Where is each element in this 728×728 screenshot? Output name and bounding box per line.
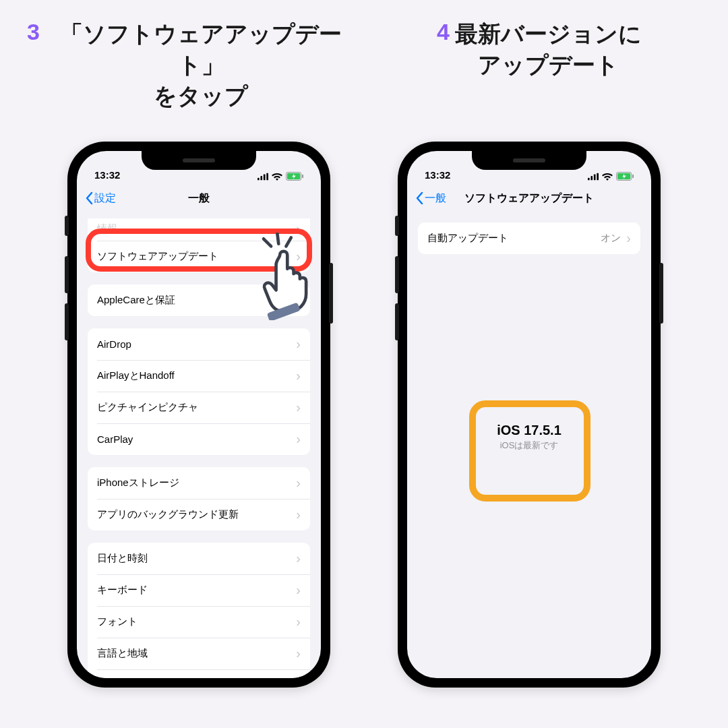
nav-bar-right: 一般 ソフトウェアアップデート: [407, 183, 651, 213]
chevron-right-icon: ›: [296, 431, 301, 447]
back-label: 一般: [425, 191, 446, 206]
chevron-right-icon: ›: [296, 368, 301, 384]
svg-line-7: [264, 239, 271, 246]
back-label: 設定: [94, 191, 116, 206]
chevron-right-icon: ›: [626, 231, 631, 246]
chevron-right-icon: ›: [296, 507, 301, 522]
svg-rect-0: [257, 177, 260, 180]
svg-rect-2: [264, 174, 266, 180]
volume-up-button: [395, 256, 399, 293]
status-time: 13:32: [425, 169, 450, 181]
svg-rect-1: [260, 176, 262, 180]
tap-cursor-icon: [249, 233, 330, 320]
step3-header: 3 「ソフトウェアアップデート」 をタップ: [27, 19, 357, 112]
chevron-right-icon: ›: [296, 400, 301, 415]
volume-down-button: [395, 303, 399, 340]
row-keyboard[interactable]: キーボード›: [88, 574, 310, 606]
svg-line-8: [277, 234, 278, 244]
battery-charging-icon: [286, 172, 303, 181]
cellular-icon: [588, 173, 599, 181]
screen-right: 13:32 一般 ソフトウェアアップデート 自動アップデート オン ›: [407, 151, 651, 678]
step4-header: 4 最新バージョンに アップデート: [384, 19, 694, 81]
row-auto-update-value: オン: [601, 232, 626, 245]
row-bg-refresh[interactable]: アプリのバックグラウンド更新›: [88, 499, 310, 530]
row-datetime[interactable]: 日付と時刻›: [88, 543, 310, 574]
settings-group-3: AirDrop› AirPlayとHandoff› ピクチャインピクチャ› Ca…: [88, 328, 310, 455]
chevron-right-icon: ›: [296, 551, 301, 566]
volume-down-button: [65, 303, 69, 340]
row-carplay[interactable]: CarPlay›: [88, 423, 310, 455]
chevron-right-icon: ›: [296, 614, 301, 630]
status-time: 13:32: [94, 169, 120, 181]
svg-rect-13: [594, 174, 596, 180]
step4-number: 4: [437, 19, 450, 45]
notch: [142, 151, 256, 170]
wifi-icon: [602, 173, 613, 181]
cellular-icon: [257, 173, 268, 181]
row-dict[interactable]: 辞書›: [88, 669, 310, 678]
battery-charging-icon: [616, 172, 634, 181]
chevron-left-icon: [415, 191, 423, 205]
row-pip[interactable]: ピクチャインピクチャ›: [88, 392, 310, 423]
screen-left: 13:32 設定 一般 情報 › ソフトウェアアップデート: [77, 151, 321, 678]
svg-rect-14: [597, 173, 599, 180]
power-button: [659, 263, 663, 324]
svg-rect-6: [302, 175, 303, 179]
step3-text: 「ソフトウェアアップデート」 をタップ: [45, 19, 357, 112]
chevron-right-icon: ›: [296, 677, 301, 678]
row-lang[interactable]: 言語と地域›: [88, 638, 310, 669]
step4-text: 最新バージョンに アップデート: [455, 19, 642, 81]
mute-switch: [65, 216, 69, 236]
row-fonts[interactable]: フォント›: [88, 606, 310, 638]
step3-number: 3: [27, 19, 40, 45]
chevron-right-icon: ›: [296, 582, 301, 598]
phone-mock-right: 13:32 一般 ソフトウェアアップデート 自動アップデート オン ›: [398, 142, 661, 688]
settings-group-5: 日付と時刻› キーボード› フォント› 言語と地域› 辞書›: [88, 543, 310, 678]
svg-line-9: [286, 237, 291, 246]
chevron-left-icon: [85, 191, 93, 205]
back-button[interactable]: 設定: [85, 191, 116, 206]
row-auto-update[interactable]: 自動アップデート オン ›: [418, 222, 640, 254]
row-storage[interactable]: iPhoneストレージ›: [88, 467, 310, 499]
chevron-right-icon: ›: [296, 646, 301, 661]
notch: [472, 151, 586, 170]
version-status: iOS 17.5.1 iOSは最新です: [418, 423, 640, 452]
volume-up-button: [65, 256, 69, 293]
settings-group-auto: 自動アップデート オン ›: [418, 222, 640, 254]
row-airplay[interactable]: AirPlayとHandoff›: [88, 360, 310, 392]
ios-version-sub: iOSは最新です: [418, 439, 640, 452]
svg-rect-3: [266, 173, 268, 180]
ios-version: iOS 17.5.1: [418, 423, 640, 438]
svg-rect-17: [632, 175, 634, 179]
wifi-icon: [272, 173, 282, 181]
phone-mock-left: 13:32 設定 一般 情報 › ソフトウェアアップデート: [67, 142, 330, 688]
back-button[interactable]: 一般: [415, 191, 446, 206]
chevron-right-icon: ›: [296, 336, 301, 352]
svg-rect-12: [590, 176, 593, 180]
chevron-right-icon: ›: [296, 475, 301, 491]
mute-switch: [395, 216, 399, 236]
settings-group-4: iPhoneストレージ› アプリのバックグラウンド更新›: [88, 467, 310, 530]
svg-rect-11: [588, 177, 590, 180]
nav-bar-left: 設定 一般: [77, 183, 321, 213]
row-airdrop[interactable]: AirDrop›: [88, 328, 310, 360]
